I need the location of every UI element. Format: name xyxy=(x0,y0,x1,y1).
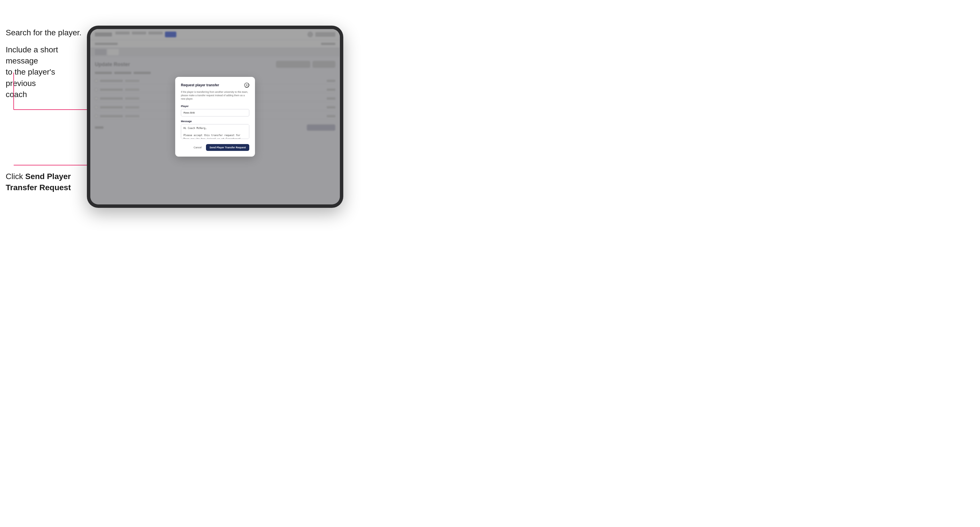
player-search-input[interactable] xyxy=(181,109,249,116)
message-textarea[interactable]: Hi Coach McHarg, Please accept this tran… xyxy=(181,124,249,139)
cancel-button[interactable]: Cancel xyxy=(191,144,204,150)
modal-overlay: Request player transfer × If the player … xyxy=(90,29,340,205)
modal-header: Request player transfer × xyxy=(181,83,249,88)
player-field-label: Player xyxy=(181,105,249,108)
modal-title: Request player transfer xyxy=(181,83,219,87)
modal-close-button[interactable]: × xyxy=(244,83,249,88)
annotation-click: Click Send Player Transfer Request xyxy=(6,171,86,193)
annotation-message: Include a short message to the player's … xyxy=(6,44,80,100)
annotation-search: Search for the player. xyxy=(6,27,81,38)
message-field-label: Message xyxy=(181,120,249,123)
modal-description: If the player is transferring from anoth… xyxy=(181,90,249,101)
request-transfer-modal: Request player transfer × If the player … xyxy=(175,77,255,157)
send-transfer-request-button[interactable]: Send Player Transfer Request xyxy=(206,144,249,151)
modal-actions: Cancel Send Player Transfer Request xyxy=(181,144,249,151)
tablet-frame: Update Roster xyxy=(87,25,343,208)
tablet-screen: Update Roster xyxy=(90,29,340,205)
